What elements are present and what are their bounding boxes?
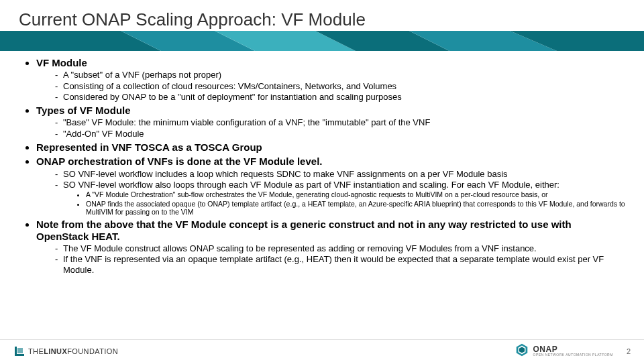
bullet-note-generic: Note from the above that the VF Module c… (36, 219, 625, 274)
svg-rect-8 (17, 348, 23, 353)
linux-foundation-logo: THELINUXFOUNDATION (15, 347, 118, 356)
footer: THELINUXFOUNDATION ONAP OPEN NETWORK AUT… (0, 339, 644, 362)
bullet-represented-tosca: Represented in VNF TOSCA as a TOSCA Grou… (36, 141, 625, 153)
content-area: VF Module A "subset" of a VNF (perhaps n… (23, 55, 625, 335)
lf-linux: LINUX (44, 347, 67, 355)
sub-bullet: "Base" VF Module: the minimum viable con… (55, 117, 625, 127)
page-title: Current ONAP Scaling Approach: VF Module (0, 0, 644, 30)
sub-bullet: "Add-On" VF Module (55, 129, 625, 139)
svg-rect-7 (15, 354, 24, 356)
lf-the: THE (28, 347, 44, 355)
bullet-label: Types of VF Module (36, 105, 131, 116)
sub-bullet: SO VNF-level workflow also loops through… (55, 180, 625, 216)
sub-bullet-text: SO VNF-level workflow also loops through… (63, 180, 559, 190)
third-bullet: A "VF Module Orchestration" sub-flow orc… (86, 190, 625, 198)
bullet-vf-module: VF Module A "subset" of a VNF (perhaps n… (36, 57, 625, 102)
onap-hex-icon (515, 343, 529, 360)
title-geometric-band (0, 31, 644, 51)
bullet-label: Represented in VNF TOSCA as a TOSCA Grou… (36, 141, 262, 153)
bullet-label: ONAP orchestration of VNFs is done at th… (36, 156, 322, 167)
lf-glyph-icon (15, 347, 24, 356)
onap-logo: ONAP OPEN NETWORK AUTOMATION PLATFORM (515, 343, 613, 360)
sub-bullet: SO VNF-level workflow includes a loop wh… (55, 169, 625, 179)
sub-bullet: If the VNF is represented via an opaque … (55, 254, 625, 275)
third-bullet: ONAP finds the associated opaque (to ONA… (86, 200, 625, 217)
slide: Current ONAP Scaling Approach: VF Module… (0, 0, 644, 362)
title-band: Current ONAP Scaling Approach: VF Module (0, 0, 644, 50)
page-number: 2 (627, 347, 631, 355)
onap-sub: OPEN NETWORK AUTOMATION PLATFORM (533, 353, 613, 357)
footer-right: ONAP OPEN NETWORK AUTOMATION PLATFORM 2 (515, 343, 631, 360)
bullet-label: VF Module (36, 57, 87, 68)
lf-foundation: FOUNDATION (67, 347, 118, 355)
bullet-types-vf-module: Types of VF Module "Base" VF Module: the… (36, 105, 625, 139)
sub-bullet: The VF Module construct allows ONAP scal… (55, 243, 625, 253)
bullet-label: Note from the above that the VF Module c… (36, 219, 572, 241)
sub-bullet: A "subset" of a VNF (perhaps not proper) (55, 70, 625, 80)
bullet-onap-orchestration: ONAP orchestration of VNFs is done at th… (36, 156, 625, 216)
sub-bullet: Consisting of a collection of cloud reso… (55, 81, 625, 91)
bullet-list: VF Module A "subset" of a VNF (perhaps n… (23, 57, 625, 275)
sub-bullet: Considered by ONAP to be a "unit of depl… (55, 92, 625, 102)
